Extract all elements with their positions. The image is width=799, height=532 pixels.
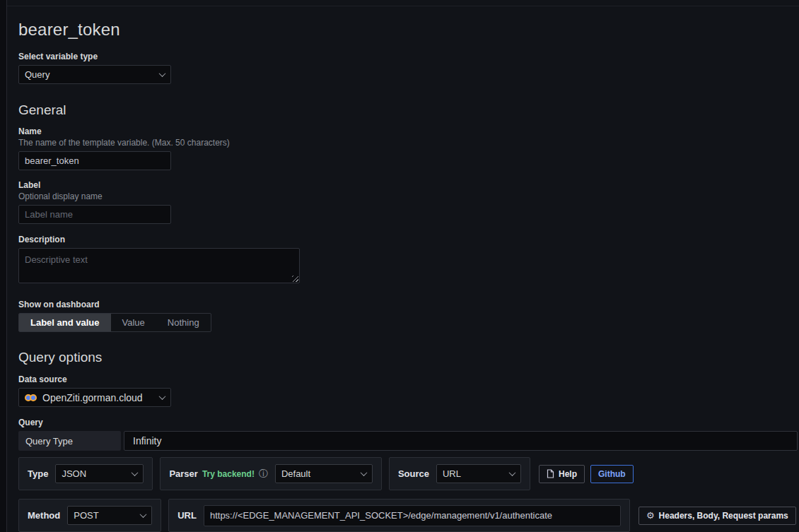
- chevron-down-icon: [509, 469, 516, 476]
- try-backend-hint: Try backend!: [202, 469, 255, 479]
- chevron-down-icon: [159, 393, 166, 400]
- query-type-value: Infinity: [133, 435, 161, 447]
- source-group: Source URL: [389, 457, 530, 490]
- method-select[interactable]: POST: [67, 506, 152, 525]
- source-value: URL: [443, 468, 510, 479]
- variable-type-label: Select variable type: [18, 52, 799, 62]
- parser-label: Parser: [169, 468, 197, 479]
- url-group: URL: [168, 499, 630, 532]
- method-value: POST: [74, 510, 141, 521]
- github-button[interactable]: Github: [590, 465, 634, 483]
- method-group: Method POST: [18, 499, 161, 532]
- page-title: bearer_token: [18, 20, 799, 40]
- general-heading: General: [18, 102, 799, 118]
- label-description: Optional display name: [18, 191, 799, 202]
- label-label: Label: [18, 180, 799, 191]
- parser-value: Default: [281, 468, 361, 479]
- url-input[interactable]: [204, 505, 621, 526]
- type-label: Type: [28, 468, 48, 479]
- radio-option-label-and-value[interactable]: Label and value: [19, 314, 111, 331]
- description-label: Description: [18, 235, 799, 245]
- data-source-label: Data source: [18, 374, 799, 385]
- query-editor-row-1: Type JSON Parser Try backend! ⓘ Default …: [18, 457, 799, 490]
- label-input[interactable]: [18, 205, 171, 224]
- query-editor-row-2: Method POST URL ⚙ Headers, Body, Request…: [18, 499, 799, 532]
- radio-option-nothing[interactable]: Nothing: [156, 314, 211, 331]
- github-button-label: Github: [598, 469, 626, 479]
- resize-handle[interactable]: [292, 276, 298, 282]
- infinity-datasource-icon: [25, 394, 37, 401]
- document-icon: [547, 469, 554, 478]
- chevron-down-icon: [132, 469, 139, 476]
- type-group: Type JSON: [18, 457, 153, 490]
- query-type-label: Query Type: [18, 431, 121, 451]
- variable-editor-page: bearer_token Select variable type Query …: [18, 0, 799, 532]
- query-options-heading: Query options: [18, 350, 799, 365]
- radio-option-value[interactable]: Value: [111, 314, 156, 331]
- help-button-label: Help: [559, 469, 577, 479]
- gear-icon: ⚙: [646, 511, 655, 520]
- parser-select[interactable]: Default: [275, 464, 373, 483]
- help-button[interactable]: Help: [539, 465, 585, 483]
- show-on-dashboard-radio-group: Label and value Value Nothing: [18, 313, 211, 332]
- info-icon[interactable]: ⓘ: [259, 469, 268, 478]
- show-on-dashboard-label: Show on dashboard: [18, 300, 799, 310]
- description-textarea[interactable]: [18, 248, 300, 283]
- query-label: Query: [18, 418, 799, 428]
- data-source-value: OpenZiti.gorman.cloud: [42, 392, 143, 403]
- parser-group: Parser Try backend! ⓘ Default: [160, 457, 382, 490]
- name-description: The name of the template variable. (Max.…: [18, 138, 799, 148]
- data-source-picker[interactable]: OpenZiti.gorman.cloud: [18, 388, 171, 407]
- source-label: Source: [398, 468, 429, 479]
- url-label: URL: [177, 510, 197, 521]
- query-type-field[interactable]: Infinity: [124, 431, 798, 451]
- source-select[interactable]: URL: [436, 464, 521, 483]
- variable-type-select[interactable]: Query: [18, 65, 171, 84]
- variable-type-value: Query: [25, 69, 160, 80]
- query-type-row: Query Type Infinity: [18, 431, 798, 451]
- chevron-down-icon: [360, 469, 367, 476]
- chevron-down-icon: [159, 70, 166, 77]
- method-label: Method: [28, 510, 60, 521]
- headers-button-label: Headers, Body, Request params: [659, 511, 788, 521]
- name-label: Name: [18, 126, 799, 137]
- type-select[interactable]: JSON: [55, 464, 144, 483]
- type-value: JSON: [62, 468, 132, 479]
- pane-edge: [0, 0, 7, 532]
- chevron-down-icon: [140, 511, 147, 518]
- headers-body-params-button[interactable]: ⚙ Headers, Body, Request params: [638, 507, 796, 525]
- name-input[interactable]: [18, 151, 171, 170]
